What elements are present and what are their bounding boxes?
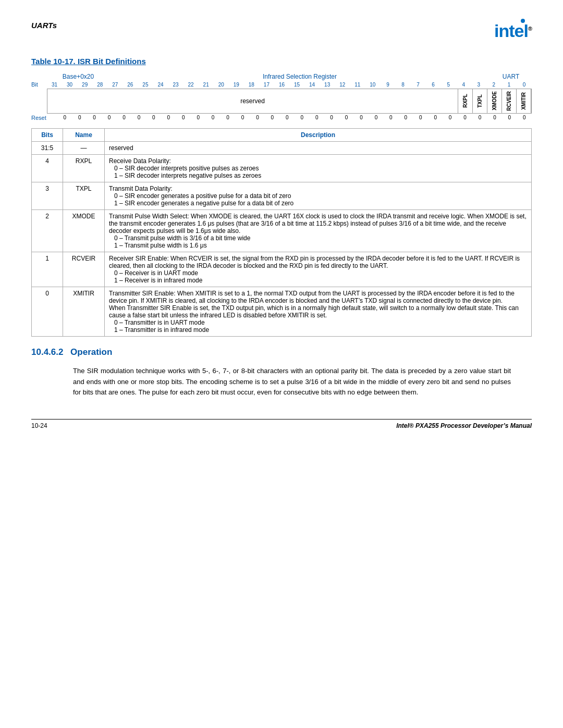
bit-6: 6: [426, 82, 441, 88]
table-row: 0XMITIRTransmitter SIR Enable: When XMIT…: [32, 287, 532, 336]
chapter-title: UARTs: [31, 21, 57, 30]
bit-27: 27: [107, 82, 123, 88]
bit-16: 16: [274, 82, 289, 88]
reset-label: Reset: [31, 115, 57, 121]
bit-1: 1: [501, 82, 517, 88]
bit-17: 17: [259, 82, 274, 88]
rv-16: 0: [280, 115, 295, 120]
bit-4: 4: [456, 82, 471, 88]
table-title: Table 10-17. ISR Bit Definitions: [31, 57, 532, 66]
row-bits: 2: [32, 209, 63, 252]
row-name: —: [63, 141, 105, 154]
bit-10: 10: [365, 82, 380, 88]
row-bits: 4: [32, 154, 63, 182]
rv-12: 0: [339, 115, 353, 120]
bit-28: 28: [92, 82, 107, 88]
rv-8: 0: [398, 115, 413, 120]
bit-15: 15: [289, 82, 304, 88]
rv-29: 0: [87, 115, 102, 120]
rv-27: 0: [117, 115, 131, 120]
bit-5: 5: [441, 82, 456, 88]
row-description: Transmitter SIR Enable: When XMITIR is s…: [105, 287, 532, 336]
register-name-label: Infrared Selection Register: [109, 73, 490, 80]
row-name: RCVEIR: [63, 252, 105, 287]
row-description: Receive Data Polarity:0 – SIR decoder in…: [105, 154, 532, 182]
rv-18: 0: [250, 115, 265, 120]
page-number: 10-24: [31, 422, 47, 429]
bit-9: 9: [380, 82, 395, 88]
rv-20: 0: [221, 115, 235, 120]
bit-13: 13: [320, 82, 335, 88]
rv-11: 0: [354, 115, 369, 120]
bit-29: 29: [77, 82, 92, 88]
uart-label: UART: [490, 73, 532, 80]
row-description: Receiver SIR Enable: When RCVEIR is set,…: [105, 252, 532, 287]
col-bits: Bits: [32, 128, 63, 141]
rv-14: 0: [309, 115, 324, 120]
rv-10: 0: [369, 115, 383, 120]
row-name: XMODE: [63, 209, 105, 252]
row-bits: 31:5: [32, 141, 63, 154]
bit-14: 14: [304, 82, 320, 88]
xmitir-field: XMITIR: [517, 89, 531, 113]
section-title: Operation: [70, 347, 112, 357]
register-visual: reserved RXPL TXPL XMODE RCVEIR XMITIR: [47, 89, 532, 114]
rv-0: 0: [517, 115, 532, 120]
bit-31: 31: [47, 82, 62, 88]
table-row: 3TXPLTransmit Data Polarity:0 – SIR enco…: [32, 182, 532, 209]
bit-0: 0: [517, 82, 532, 88]
rv-24: 0: [161, 115, 176, 120]
definition-table: Bits Name Description 31:5—reserved4RXPL…: [31, 128, 532, 337]
page: UARTs intel® Table 10-17. ISR Bit Defini…: [0, 0, 563, 440]
bit-11: 11: [350, 82, 365, 88]
reset-values: 0 0 0 0 0 0 0 0 0 0 0 0 0 0 0 0 0 0 0 0 …: [57, 115, 532, 120]
bit-12: 12: [335, 82, 350, 88]
intel-logo: intel®: [494, 21, 532, 41]
page-footer: 10-24 Intel® PXA255 Processor Developer’…: [31, 419, 532, 429]
bit-22: 22: [183, 82, 199, 88]
rv-25: 0: [146, 115, 161, 120]
row-name: TXPL: [63, 182, 105, 209]
bit-numbers-row: 31 30 29 28 27 26 25 24 23 22 21 20 19 1…: [47, 82, 532, 88]
bit-23: 23: [168, 82, 183, 88]
bit-row-label: Bit: [31, 81, 47, 88]
txpl-field: TXPL: [473, 89, 487, 113]
rv-6: 0: [428, 115, 443, 120]
table-row: 2XMODETransmit Pulse Width Select: When …: [32, 209, 532, 252]
bit-3: 3: [471, 82, 486, 88]
doc-title: Intel® PXA255 Processor Developer’s Manu…: [396, 422, 532, 429]
row-bits: 0: [32, 287, 63, 336]
rv-13: 0: [324, 115, 339, 120]
rv-5: 0: [443, 115, 457, 120]
rcveir-field: RCVEIR: [502, 89, 517, 113]
bit-18: 18: [244, 82, 259, 88]
rv-15: 0: [295, 115, 309, 120]
row-description: Transmit Data Polarity:0 – SIR encoder g…: [105, 182, 532, 209]
bit-26: 26: [123, 82, 138, 88]
bit-2: 2: [486, 82, 501, 88]
col-name: Name: [63, 128, 105, 141]
rv-17: 0: [265, 115, 279, 120]
row-description: reserved: [105, 141, 532, 154]
reserved-field: reserved: [47, 89, 458, 113]
rv-21: 0: [205, 115, 220, 120]
rv-1: 0: [502, 115, 517, 120]
rv-31: 0: [57, 115, 72, 120]
reset-row: Reset 0 0 0 0 0 0 0 0 0 0 0 0 0 0 0 0 0 …: [31, 115, 532, 121]
section-number: 10.4.6.2: [31, 347, 63, 357]
bit-8: 8: [395, 82, 410, 88]
rv-3: 0: [472, 115, 487, 120]
table-row: 4RXPLReceive Data Polarity:0 – SIR decod…: [32, 154, 532, 182]
section-heading-container: 10.4.6.2 Operation: [31, 347, 532, 357]
bit-7: 7: [411, 82, 426, 88]
bit-24: 24: [153, 82, 168, 88]
bit-19: 19: [229, 82, 244, 88]
bit-21: 21: [199, 82, 214, 88]
rv-2: 0: [487, 115, 502, 120]
table-row: 1RCVEIRReceiver SIR Enable: When RCVEIR …: [32, 252, 532, 287]
rv-23: 0: [176, 115, 191, 120]
row-description: Transmit Pulse Width Select: When XMODE …: [105, 209, 532, 252]
section-body: The SIR modulation technique works with …: [73, 366, 511, 398]
page-header: UARTs intel®: [31, 21, 532, 41]
rv-9: 0: [384, 115, 398, 120]
